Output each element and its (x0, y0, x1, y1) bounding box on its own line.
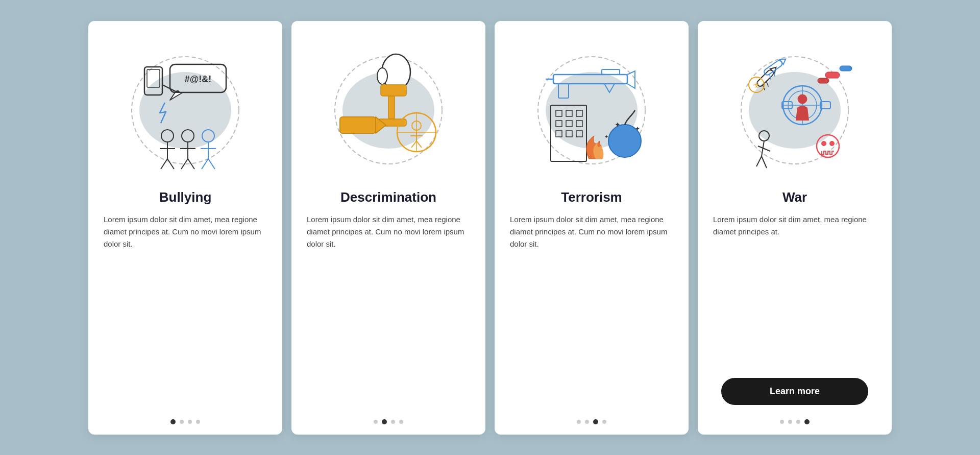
svg-line-22 (202, 159, 208, 169)
dot-4 (399, 420, 403, 424)
svg-line-81 (756, 156, 762, 166)
svg-line-13 (167, 159, 174, 169)
svg-line-23 (208, 159, 215, 169)
terrorism-text: Lorem ipsum dolor sit dim amet, mea regi… (510, 213, 673, 409)
dot-3 (593, 419, 598, 424)
bullying-title: Bullying (159, 189, 212, 205)
card-bullying: #@!&! (88, 21, 282, 435)
svg-rect-31 (340, 117, 376, 133)
svg-text:✦: ✦ (604, 134, 608, 139)
dot-3 (188, 420, 192, 424)
dot-1 (374, 420, 378, 424)
dot-3 (796, 420, 800, 424)
bullying-text: Lorem ipsum dolor sit dim amet, mea regi… (104, 213, 267, 409)
war-title: War (782, 189, 807, 205)
bullying-dots (170, 419, 200, 424)
dot-2 (585, 420, 589, 424)
card-war: ☣ War Lorem ipsum dolor sit dim amet, me… (698, 21, 892, 435)
svg-point-84 (821, 141, 826, 146)
dot-4 (196, 420, 200, 424)
svg-rect-88 (818, 78, 829, 83)
svg-line-12 (161, 159, 167, 169)
dot-4 (804, 419, 810, 424)
svg-point-85 (829, 141, 835, 146)
dot-2 (382, 419, 387, 424)
war-dots (780, 419, 810, 424)
card-discrimination: Descrimination Lorem ipsum dolor sit dim… (291, 21, 485, 435)
svg-line-40 (416, 141, 422, 148)
terrorism-dots (577, 419, 606, 424)
svg-text:☣: ☣ (753, 81, 760, 89)
dot-2 (788, 420, 792, 424)
discrimination-text: Lorem ipsum dolor sit dim amet, mea regi… (307, 213, 470, 409)
cards-container: #@!&! (73, 6, 907, 450)
svg-text:✦: ✦ (635, 125, 640, 132)
svg-point-27 (377, 68, 387, 84)
svg-rect-29 (388, 96, 395, 119)
dot-1 (577, 420, 581, 424)
bullying-illustration: #@!&! (119, 36, 252, 179)
discrimination-title: Descrimination (340, 189, 436, 205)
dot-1 (170, 419, 176, 424)
terrorism-title: Terrorism (561, 189, 622, 205)
svg-text:✦: ✦ (615, 121, 621, 129)
svg-rect-86 (825, 72, 840, 78)
discrimination-dots (374, 419, 403, 424)
svg-text:#@!&!: #@!&! (185, 74, 212, 84)
svg-point-61 (749, 72, 841, 149)
war-illustration: ☣ (728, 36, 861, 179)
card-terrorism: ✦ ✦ ✦ Terrorism Lorem ipsum dolor sit di… (495, 21, 689, 435)
discrimination-illustration (322, 36, 455, 179)
svg-line-82 (762, 156, 767, 168)
svg-rect-87 (840, 66, 852, 71)
dot-2 (180, 420, 184, 424)
svg-rect-28 (381, 85, 406, 96)
dot-1 (780, 420, 784, 424)
war-text: Lorem ipsum dolor sit dim amet, mea regi… (713, 213, 876, 370)
dot-3 (391, 420, 395, 424)
terrorism-illustration: ✦ ✦ ✦ (525, 36, 658, 179)
learn-more-button[interactable]: Learn more (721, 378, 868, 405)
svg-point-69 (798, 94, 807, 104)
dot-4 (602, 420, 606, 424)
